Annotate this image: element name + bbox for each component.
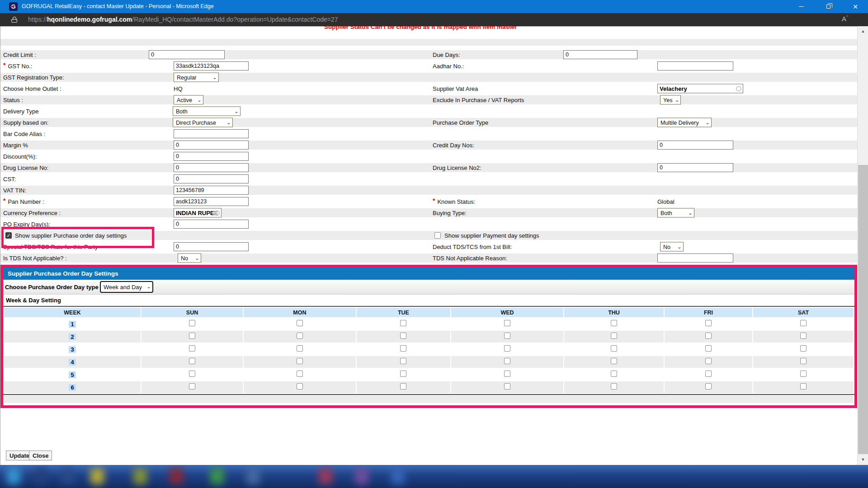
- week5-fri-checkbox[interactable]: [705, 371, 712, 377]
- week4-fri-checkbox[interactable]: [705, 358, 712, 364]
- form-row-credit-limit: Credit Limit :Due Days:: [0, 50, 857, 61]
- week6-wed-checkbox[interactable]: [504, 383, 510, 389]
- day-cell: [357, 381, 450, 393]
- deduct-tds-tcs-from-1st-bill-select[interactable]: No⌄: [660, 242, 684, 252]
- scroll-down-icon[interactable]: ▼: [858, 455, 868, 463]
- vat-tin-input[interactable]: [174, 186, 249, 195]
- supply-based-on-select[interactable]: Direct Purchase⌄: [173, 118, 233, 127]
- week4-sat-checkbox[interactable]: [800, 358, 807, 364]
- taskbar-icon[interactable]: [319, 468, 332, 484]
- week6-mon-checkbox[interactable]: [297, 383, 303, 389]
- week3-sat-checkbox[interactable]: [800, 345, 807, 352]
- show-supplier-purchase-order-day-settings-checkbox[interactable]: [5, 232, 12, 239]
- taskbar-icon[interactable]: [133, 468, 147, 484]
- scroll-up-icon[interactable]: ▲: [858, 27, 868, 35]
- due-days-input[interactable]: [563, 50, 637, 59]
- po-expiry-day-s-input[interactable]: [174, 220, 249, 229]
- week2-fri-checkbox[interactable]: [705, 333, 712, 339]
- special-tds-tcs-rate-for-this-party-input[interactable]: [174, 242, 249, 251]
- week5-sun-checkbox[interactable]: [189, 371, 195, 377]
- week1-thu-checkbox[interactable]: [611, 320, 617, 326]
- week1-fri-checkbox[interactable]: [705, 320, 712, 326]
- week4-sun-checkbox[interactable]: [189, 358, 195, 364]
- week6-fri-checkbox[interactable]: [705, 383, 712, 389]
- week2-mon-checkbox[interactable]: [297, 333, 303, 339]
- taskbar-icon[interactable]: [90, 468, 104, 484]
- margin-input[interactable]: [174, 141, 249, 150]
- scrollbar-thumb[interactable]: [858, 165, 868, 454]
- week3-mon-checkbox[interactable]: [297, 345, 303, 352]
- day-cell: [665, 331, 752, 343]
- taskbar-icon[interactable]: [7, 468, 20, 484]
- week1-sun-checkbox[interactable]: [189, 320, 195, 326]
- taskbar-icon[interactable]: [210, 468, 224, 484]
- exclude-in-purchase-vat-reports-value: Yes: [663, 97, 672, 103]
- gst-no-input[interactable]: [174, 61, 249, 70]
- week2-sun-checkbox[interactable]: [189, 333, 195, 339]
- week4-mon-checkbox[interactable]: [297, 358, 303, 364]
- url-domain: hqonlinedemo.gofrugal.com: [47, 16, 132, 23]
- week3-wed-checkbox[interactable]: [504, 345, 510, 352]
- is-tds-not-applicable-select[interactable]: No⌄: [178, 253, 201, 263]
- exclude-in-purchase-vat-reports-select[interactable]: Yes⌄: [660, 95, 681, 105]
- week1-wed-checkbox[interactable]: [504, 320, 510, 326]
- week3-thu-checkbox[interactable]: [611, 345, 617, 352]
- week2-tue-checkbox[interactable]: [400, 333, 406, 339]
- week6-thu-checkbox[interactable]: [611, 383, 617, 389]
- taskbar-icon[interactable]: [391, 468, 405, 484]
- aadhar-no-input[interactable]: [657, 61, 733, 70]
- status-select[interactable]: Active⌄: [174, 95, 203, 105]
- purchase-order-type-select[interactable]: Multile Delivery⌄: [657, 118, 712, 127]
- week5-tue-checkbox[interactable]: [400, 371, 406, 377]
- credit-limit-input[interactable]: [149, 50, 225, 59]
- week6-tue-checkbox[interactable]: [400, 383, 406, 389]
- week4-thu-checkbox[interactable]: [611, 358, 617, 364]
- gst-registration-type-select[interactable]: Regular⌄: [174, 73, 219, 82]
- taskbar-icon[interactable]: [355, 468, 368, 484]
- week3-tue-checkbox[interactable]: [400, 345, 406, 352]
- url-text[interactable]: https://hqonlinedemo.gofrugal.com/RayMed…: [28, 16, 338, 23]
- tds-not-applicable-reason-input[interactable]: [657, 253, 733, 263]
- supplier-vat-area-lookup[interactable]: Velachery: [657, 84, 743, 94]
- currency-preference-lookup[interactable]: INDIAN RUPEE: [174, 208, 222, 218]
- week6-sun-checkbox[interactable]: [189, 383, 195, 389]
- week4-wed-checkbox[interactable]: [504, 358, 510, 364]
- bar-code-alias-input[interactable]: [174, 129, 249, 138]
- week1-mon-checkbox[interactable]: [297, 320, 303, 326]
- week2-wed-checkbox[interactable]: [504, 333, 510, 339]
- taskbar-icon[interactable]: [61, 468, 75, 484]
- drug-license-no-input[interactable]: [174, 163, 249, 172]
- discount-input[interactable]: [174, 152, 249, 161]
- week4-tue-checkbox[interactable]: [400, 358, 406, 364]
- address-bar[interactable]: https://hqonlinedemo.gofrugal.com/RayMed…: [0, 13, 868, 26]
- week5-thu-checkbox[interactable]: [611, 371, 617, 377]
- vertical-scrollbar[interactable]: ▲ ▼: [857, 26, 868, 465]
- buying-type-select[interactable]: Both⌄: [657, 208, 694, 218]
- week3-fri-checkbox[interactable]: [705, 345, 712, 352]
- week2-sat-checkbox[interactable]: [800, 333, 807, 339]
- po-day-type-select[interactable]: Week and Day⌄: [100, 281, 153, 293]
- week3-sun-checkbox[interactable]: [189, 345, 195, 352]
- pan-number-input[interactable]: [174, 197, 249, 206]
- close-button[interactable]: Close: [29, 450, 52, 460]
- week5-sat-checkbox[interactable]: [800, 371, 807, 377]
- minimize-button[interactable]: [788, 0, 814, 13]
- week5-wed-checkbox[interactable]: [504, 371, 510, 377]
- taskbar-icon[interactable]: [34, 468, 47, 484]
- close-window-button[interactable]: ✕: [843, 0, 868, 13]
- show-supplier-payment-day-settings-checkbox[interactable]: [434, 232, 441, 239]
- taskbar-icon[interactable]: [246, 468, 260, 484]
- drug-license-no2-input[interactable]: [657, 163, 733, 172]
- week1-sat-checkbox[interactable]: [800, 320, 807, 326]
- restore-button[interactable]: [816, 0, 841, 13]
- week2-thu-checkbox[interactable]: [611, 333, 617, 339]
- delivery-type-select[interactable]: Both⌄: [173, 107, 241, 116]
- credit-day-nos-input[interactable]: [657, 141, 733, 150]
- taskbar-icon[interactable]: [170, 468, 183, 484]
- week5-mon-checkbox[interactable]: [297, 371, 303, 377]
- week6-sat-checkbox[interactable]: [800, 383, 807, 389]
- week1-tue-checkbox[interactable]: [400, 320, 406, 326]
- read-aloud-icon[interactable]: Aʻʹ: [842, 15, 848, 23]
- col-header-wed: WED: [451, 308, 563, 317]
- cst-input[interactable]: [174, 174, 249, 183]
